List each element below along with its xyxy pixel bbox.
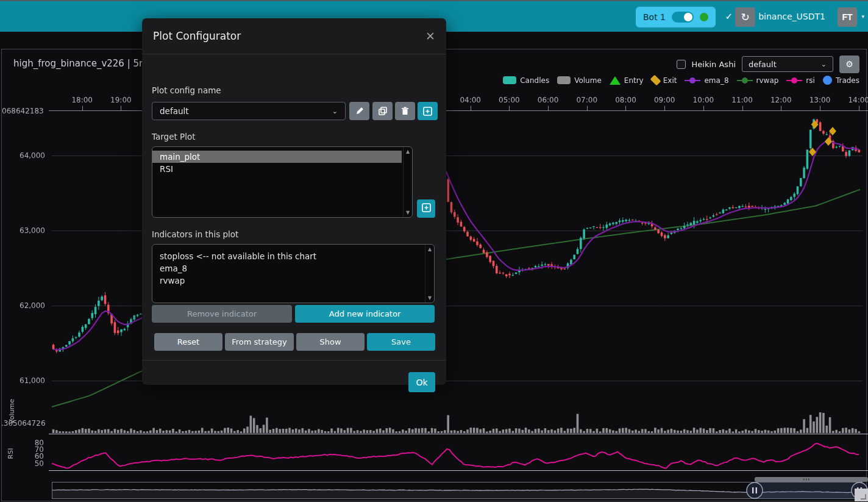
plus-square-icon bbox=[423, 107, 432, 116]
x-axis-label: 12:00 bbox=[766, 96, 795, 104]
x-axis-label: 04:00 bbox=[456, 96, 485, 104]
plot-config-select[interactable]: default ⌄ bbox=[742, 56, 833, 72]
save-button[interactable]: Save bbox=[367, 333, 435, 351]
candles-marker-icon bbox=[503, 76, 516, 84]
add-config-button[interactable] bbox=[418, 102, 438, 120]
legend-item-rvwap[interactable]: rvwap bbox=[737, 76, 779, 85]
ema_8-marker-icon bbox=[685, 76, 700, 84]
x-axis-label: 14:00 bbox=[844, 96, 868, 104]
from-strategy-button[interactable]: From strategy bbox=[225, 333, 294, 351]
ok-button[interactable]: Ok bbox=[408, 372, 435, 392]
legend-label: Trades bbox=[836, 76, 859, 85]
x-axis-label: 13:00 bbox=[805, 96, 834, 104]
refresh-button[interactable]: ↻ bbox=[735, 7, 755, 27]
indicator-item[interactable]: stoploss <-- not available in this chart bbox=[152, 250, 434, 262]
ft-logo-button[interactable]: FT bbox=[838, 7, 857, 27]
target-plot-label: Target Plot bbox=[152, 132, 196, 142]
bot-instance-label: binance_USDT1 bbox=[758, 12, 825, 21]
scroll-up-icon: ▲ bbox=[428, 246, 432, 252]
target-plot-item[interactable]: main_plot bbox=[152, 151, 402, 163]
chart-title: high_frog_binance_v226 | 5m bbox=[13, 58, 148, 69]
legend-label: rsi bbox=[806, 76, 815, 85]
bot-name: Bot 1 bbox=[643, 12, 666, 22]
x-axis-label: 11:00 bbox=[728, 96, 757, 104]
bot-selector[interactable]: Bot 1 bbox=[636, 7, 716, 27]
legend-label: Volume bbox=[574, 76, 602, 85]
x-axis-label: 05:00 bbox=[494, 96, 524, 104]
exit-marker-icon bbox=[650, 75, 661, 86]
target-plot-list[interactable]: main_plotRSI ▲▼ bbox=[152, 146, 413, 218]
rsi-pane-title: RSI bbox=[7, 446, 15, 462]
plus-square-icon bbox=[422, 203, 431, 212]
indicator-item[interactable]: rvwap bbox=[152, 274, 434, 287]
refresh-icon: ↻ bbox=[741, 12, 749, 23]
x-axis-label: 06:00 bbox=[533, 96, 563, 104]
close-icon[interactable]: ✕ bbox=[425, 29, 435, 43]
x-axis-label: 09:00 bbox=[650, 96, 679, 104]
rsi-marker-icon bbox=[786, 76, 802, 84]
trades-marker-icon bbox=[823, 76, 832, 85]
x-axis-label: 19:00 bbox=[106, 96, 135, 104]
add-target-plot-button[interactable] bbox=[417, 199, 435, 218]
legend-item-exit[interactable]: Exit bbox=[652, 76, 677, 85]
caret-down-icon: ▾ bbox=[861, 13, 864, 20]
rvwap-marker-icon bbox=[737, 76, 753, 84]
bot-online-dot bbox=[700, 13, 708, 21]
plot-config-name-label: Plot config name bbox=[152, 85, 221, 95]
legend-label: Candles bbox=[520, 76, 549, 85]
remove-indicator-button[interactable]: Remove indicator bbox=[152, 305, 292, 323]
add-new-indicator-button[interactable]: Add new indicator bbox=[295, 305, 435, 323]
entry-marker-icon bbox=[610, 76, 621, 85]
legend-item-volume[interactable]: Volume bbox=[557, 76, 602, 85]
heikin-ashi-checkbox[interactable] bbox=[677, 60, 686, 69]
legend-item-rsi[interactable]: rsi bbox=[786, 76, 815, 85]
indicators-list[interactable]: stoploss <-- not available in this chart… bbox=[152, 244, 435, 303]
legend-label: rvwap bbox=[756, 76, 779, 85]
legend-item-trades[interactable]: Trades bbox=[823, 76, 859, 85]
y-axis-label: 63,000 bbox=[1, 226, 45, 235]
y-axis-label: 62,000 bbox=[1, 301, 45, 310]
x-axis-label: 08:00 bbox=[611, 96, 640, 104]
pencil-icon bbox=[355, 107, 364, 115]
y-axis-label: 64,000 bbox=[1, 151, 45, 160]
scroll-up-icon: ▲ bbox=[406, 149, 410, 154]
legend-label: ema_8 bbox=[704, 76, 728, 85]
bot-toggle[interactable] bbox=[672, 12, 694, 23]
chevron-down-icon: ⌄ bbox=[821, 60, 827, 68]
indicator-item[interactable]: ema_8 bbox=[152, 262, 434, 274]
legend-label: Entry bbox=[624, 76, 644, 85]
trash-icon bbox=[401, 107, 409, 115]
indicators-label: Indicators in this plot bbox=[152, 229, 238, 239]
delete-config-button[interactable] bbox=[395, 102, 415, 120]
chevron-down-icon: ⌄ bbox=[332, 107, 338, 115]
y-axis-label: 61,000 bbox=[1, 376, 45, 385]
gear-icon[interactable]: ⚙ bbox=[839, 56, 859, 73]
volume-pane-title: Volume bbox=[8, 397, 16, 426]
x-axis-label: 07:00 bbox=[572, 96, 602, 104]
check-icon: ✓ bbox=[725, 11, 733, 22]
reset-button[interactable]: Reset bbox=[154, 333, 222, 351]
y-axis-top-label: 068642183 bbox=[2, 107, 44, 115]
x-axis-label: 18:00 bbox=[68, 96, 97, 104]
legend-label: Exit bbox=[663, 76, 677, 85]
x-axis-label: 10:00 bbox=[689, 96, 718, 104]
chart-legend: CandlesVolumeEntryExitema_8rvwaprsiTrade… bbox=[503, 76, 859, 85]
legend-item-entry[interactable]: Entry bbox=[610, 76, 644, 85]
scroll-down-icon: ▼ bbox=[406, 210, 410, 215]
scroll-down-icon: ▼ bbox=[428, 295, 432, 301]
scrollbar[interactable]: ▲▼ bbox=[425, 245, 434, 303]
copy-icon bbox=[379, 107, 387, 115]
heikin-ashi-label: Heikin Ashi bbox=[692, 60, 736, 69]
target-plot-item[interactable]: RSI bbox=[152, 163, 412, 175]
edit-config-button[interactable] bbox=[349, 102, 369, 120]
legend-item-candles[interactable]: Candles bbox=[503, 76, 549, 85]
config-name-select[interactable]: default ⌄ bbox=[152, 102, 346, 120]
plot-configurator-dialog: Plot Configurator ✕ Plot config name def… bbox=[142, 18, 446, 385]
duplicate-config-button[interactable] bbox=[372, 102, 393, 120]
dialog-title: Plot Configurator bbox=[153, 30, 241, 42]
show-button[interactable]: Show bbox=[296, 333, 365, 351]
legend-item-ema_8[interactable]: ema_8 bbox=[685, 76, 728, 85]
volume-marker-icon bbox=[557, 76, 571, 84]
scrollbar[interactable]: ▲▼ bbox=[403, 147, 412, 217]
